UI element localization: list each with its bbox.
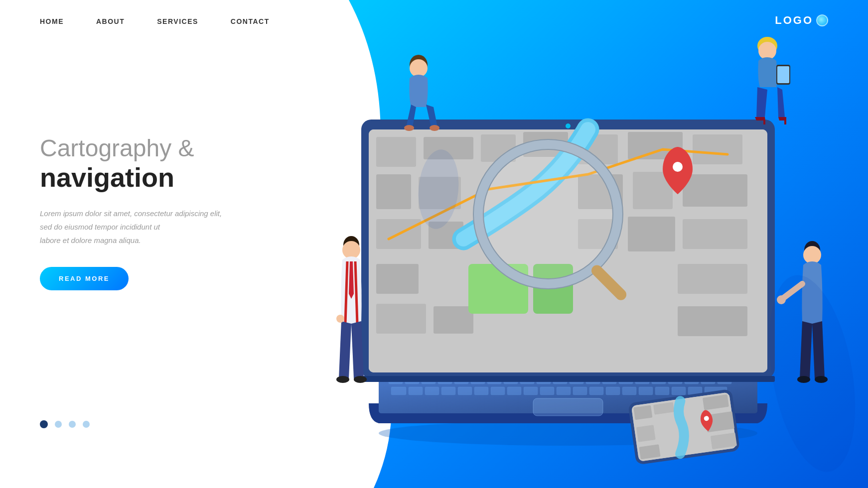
svg-rect-40	[672, 387, 686, 395]
svg-point-72	[673, 162, 683, 172]
svg-rect-30	[507, 387, 521, 395]
svg-rect-63	[628, 217, 675, 251]
svg-rect-69	[678, 306, 747, 336]
logo-text: LOGO	[775, 14, 813, 27]
hero-title-light: Cartography &	[40, 134, 222, 162]
nav-about[interactable]: ABOUT	[96, 17, 125, 25]
svg-rect-31	[524, 387, 538, 395]
pagination-dots	[40, 420, 90, 428]
svg-rect-48	[376, 137, 416, 167]
svg-point-45	[566, 123, 571, 128]
svg-rect-84	[777, 66, 789, 83]
svg-rect-59	[683, 174, 747, 207]
svg-rect-24	[409, 387, 423, 395]
logo: LOGO	[775, 14, 828, 27]
dot-3[interactable]	[69, 421, 76, 428]
svg-rect-27	[458, 387, 472, 395]
svg-rect-68	[434, 306, 473, 334]
svg-rect-100	[633, 405, 652, 420]
svg-rect-33	[557, 387, 571, 395]
illustration-svg	[289, 0, 868, 488]
nav-services[interactable]: SERVICES	[157, 17, 198, 25]
svg-rect-43	[533, 398, 603, 416]
svg-rect-25	[425, 387, 439, 395]
svg-rect-35	[589, 387, 603, 395]
svg-rect-23	[391, 387, 406, 395]
hero-description: Lorem ipsum dolor sit amet, consectetur …	[40, 207, 222, 247]
svg-rect-26	[441, 387, 455, 395]
dot-4[interactable]	[83, 421, 90, 428]
read-more-button[interactable]: READ MORE	[40, 267, 129, 290]
svg-rect-64	[683, 219, 747, 249]
svg-rect-86	[784, 121, 786, 124]
svg-point-78	[410, 59, 428, 77]
svg-point-91	[336, 315, 344, 323]
svg-rect-39	[655, 387, 669, 395]
svg-point-89	[336, 376, 349, 383]
svg-rect-38	[639, 387, 653, 395]
logo-icon	[816, 14, 828, 26]
nav-home[interactable]: HOME	[40, 17, 64, 25]
svg-rect-85	[763, 121, 765, 124]
svg-point-88	[342, 241, 360, 259]
svg-rect-67	[376, 304, 426, 334]
svg-point-80	[430, 125, 439, 131]
svg-point-90	[354, 376, 367, 383]
svg-rect-66	[678, 264, 747, 294]
svg-rect-55	[376, 174, 411, 209]
svg-point-79	[404, 125, 414, 131]
svg-rect-54	[693, 134, 742, 164]
dot-2[interactable]	[55, 421, 62, 428]
svg-rect-37	[622, 387, 636, 395]
svg-rect-29	[491, 387, 505, 395]
hero-title-bold: navigation	[40, 163, 222, 192]
svg-rect-103	[636, 425, 656, 442]
hero-section: Cartography & navigation Lorem ipsum dol…	[40, 134, 222, 290]
nav-contact[interactable]: CONTACT	[231, 17, 270, 25]
svg-point-93	[803, 246, 821, 264]
svg-point-82	[758, 42, 776, 60]
svg-rect-65	[376, 264, 419, 294]
svg-rect-32	[540, 387, 554, 395]
dot-1[interactable]	[40, 420, 48, 428]
navigation: HOME ABOUT SERVICES CONTACT	[40, 17, 270, 25]
svg-rect-36	[606, 387, 620, 395]
svg-rect-34	[573, 387, 587, 395]
svg-rect-28	[474, 387, 488, 395]
svg-rect-76	[361, 376, 775, 382]
